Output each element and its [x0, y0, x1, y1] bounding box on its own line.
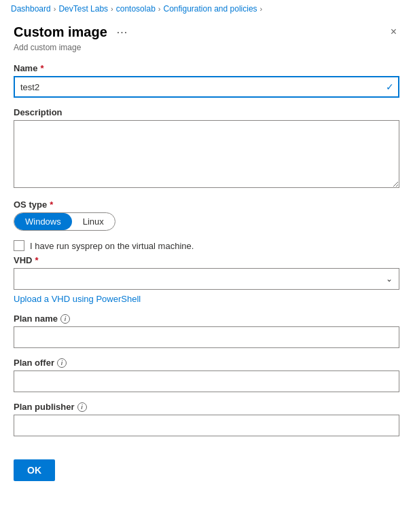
close-button[interactable]: × [388, 23, 399, 41]
breadcrumb-sep-4: › [260, 5, 263, 13]
description-field-group: Description [14, 107, 399, 190]
breadcrumb-sep-3: › [158, 5, 161, 13]
os-type-linux[interactable]: Linux [72, 213, 115, 230]
plan-name-info-icon[interactable]: i [60, 314, 70, 324]
os-type-toggle: Windows Linux [14, 212, 115, 231]
name-label: Name * [14, 63, 399, 73]
upload-vhd-link[interactable]: Upload a VHD using PowerShell [14, 292, 141, 305]
name-input[interactable] [14, 76, 399, 98]
ellipsis-button[interactable]: ··· [113, 25, 132, 40]
vhd-field-group: VHD * ⌄ Upload a VHD using PowerShell [14, 255, 399, 304]
plan-name-label: Plan name i [14, 314, 399, 324]
vhd-label: VHD * [14, 255, 399, 265]
os-type-required: * [50, 200, 53, 210]
plan-offer-label: Plan offer i [14, 358, 399, 368]
vhd-required: * [35, 255, 38, 265]
plan-name-field-group: Plan name i [14, 314, 399, 348]
name-required: * [40, 63, 43, 73]
breadcrumb-devtest[interactable]: DevTest Labs [58, 4, 108, 14]
breadcrumb-contosolab[interactable]: contosolab [116, 4, 156, 14]
plan-publisher-input[interactable] [14, 415, 399, 436]
breadcrumb-dashboard[interactable]: Dashboard [11, 4, 51, 14]
plan-publisher-label: Plan publisher i [14, 402, 399, 412]
name-field-group: Name * ✓ [14, 63, 399, 98]
vhd-select[interactable] [14, 268, 399, 290]
panel-title: Custom image [14, 24, 107, 40]
ok-button[interactable]: OK [14, 459, 55, 481]
plan-publisher-field-group: Plan publisher i [14, 402, 399, 436]
sysprep-row: I have run sysprep on the virtual machin… [14, 240, 399, 251]
description-label: Description [14, 107, 399, 117]
custom-image-panel: Custom image ··· × Add custom image Name… [0, 18, 413, 495]
os-type-field-group: OS type * Windows Linux [14, 200, 399, 231]
plan-publisher-info-icon[interactable]: i [77, 402, 87, 412]
description-textarea[interactable] [14, 120, 399, 188]
name-checkmark: ✓ [386, 81, 394, 92]
vhd-select-wrapper: ⌄ [14, 268, 399, 290]
breadcrumb-sep-1: › [54, 5, 56, 13]
plan-offer-field-group: Plan offer i [14, 358, 399, 392]
panel-subtitle: Add custom image [14, 43, 399, 52]
plan-name-input[interactable] [14, 326, 399, 348]
os-type-label: OS type * [14, 200, 399, 210]
plan-offer-input[interactable] [14, 370, 399, 392]
breadcrumb-sep-2: › [111, 5, 113, 13]
sysprep-checkbox[interactable] [14, 240, 24, 251]
panel-header: Custom image ··· × [14, 18, 399, 43]
name-input-wrapper: ✓ [14, 76, 399, 98]
sysprep-label: I have run sysprep on the virtual machin… [30, 241, 194, 251]
plan-offer-info-icon[interactable]: i [57, 358, 67, 368]
os-type-windows[interactable]: Windows [14, 213, 72, 230]
breadcrumb-config[interactable]: Configuration and policies [163, 4, 257, 14]
breadcrumb: Dashboard › DevTest Labs › contosolab › … [0, 0, 413, 18]
